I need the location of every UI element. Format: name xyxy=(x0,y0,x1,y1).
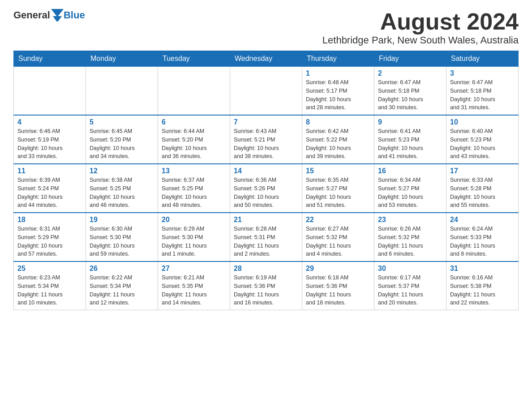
day-info: Sunrise: 6:21 AMSunset: 5:35 PMDaylight:… xyxy=(162,274,226,307)
day-number: 28 xyxy=(234,265,298,273)
day-info: Sunrise: 6:23 AMSunset: 5:34 PMDaylight:… xyxy=(17,274,82,307)
column-header-monday: Monday xyxy=(86,51,158,67)
calendar-cell: 28Sunrise: 6:19 AMSunset: 5:36 PMDayligh… xyxy=(230,261,302,310)
day-number: 8 xyxy=(306,118,370,126)
day-number: 20 xyxy=(162,216,226,224)
day-number: 13 xyxy=(162,167,226,175)
day-info: Sunrise: 6:16 AMSunset: 5:38 PMDaylight:… xyxy=(450,274,515,307)
day-number: 6 xyxy=(162,118,226,126)
calendar-cell: 10Sunrise: 6:40 AMSunset: 5:23 PMDayligh… xyxy=(446,115,519,164)
calendar-cell: 21Sunrise: 6:28 AMSunset: 5:31 PMDayligh… xyxy=(230,213,302,261)
day-info: Sunrise: 6:40 AMSunset: 5:23 PMDaylight:… xyxy=(450,127,515,161)
calendar-cell xyxy=(230,67,302,116)
column-header-thursday: Thursday xyxy=(302,51,374,67)
calendar-cell xyxy=(86,67,158,116)
day-info: Sunrise: 6:47 AMSunset: 5:18 PMDaylight:… xyxy=(450,78,515,112)
calendar-week-2: 4Sunrise: 6:46 AMSunset: 5:19 PMDaylight… xyxy=(14,115,519,164)
day-number: 16 xyxy=(378,167,442,175)
calendar-cell: 2Sunrise: 6:47 AMSunset: 5:18 PMDaylight… xyxy=(374,67,446,116)
day-number: 1 xyxy=(306,69,370,77)
day-number: 12 xyxy=(90,167,154,175)
calendar-cell: 12Sunrise: 6:38 AMSunset: 5:25 PMDayligh… xyxy=(86,164,158,213)
day-number: 3 xyxy=(450,69,515,77)
calendar-cell: 8Sunrise: 6:42 AMSunset: 5:22 PMDaylight… xyxy=(302,115,374,164)
day-number: 29 xyxy=(306,265,370,273)
calendar-cell: 19Sunrise: 6:30 AMSunset: 5:30 PMDayligh… xyxy=(86,213,158,261)
day-info: Sunrise: 6:19 AMSunset: 5:36 PMDaylight:… xyxy=(234,274,298,307)
day-number: 21 xyxy=(234,216,298,224)
calendar-cell: 13Sunrise: 6:37 AMSunset: 5:25 PMDayligh… xyxy=(158,164,230,213)
calendar-cell: 5Sunrise: 6:45 AMSunset: 5:20 PMDaylight… xyxy=(86,115,158,164)
calendar-cell: 20Sunrise: 6:29 AMSunset: 5:30 PMDayligh… xyxy=(158,213,230,261)
day-number: 9 xyxy=(378,118,442,126)
day-info: Sunrise: 6:33 AMSunset: 5:28 PMDaylight:… xyxy=(450,176,515,210)
calendar-week-5: 25Sunrise: 6:23 AMSunset: 5:34 PMDayligh… xyxy=(14,261,519,310)
calendar-cell: 4Sunrise: 6:46 AMSunset: 5:19 PMDaylight… xyxy=(14,115,86,164)
calendar-cell: 14Sunrise: 6:36 AMSunset: 5:26 PMDayligh… xyxy=(230,164,302,213)
calendar-cell: 3Sunrise: 6:47 AMSunset: 5:18 PMDaylight… xyxy=(446,67,519,116)
day-info: Sunrise: 6:43 AMSunset: 5:21 PMDaylight:… xyxy=(234,127,298,161)
logo-general-text: General xyxy=(13,9,50,21)
day-info: Sunrise: 6:24 AMSunset: 5:33 PMDaylight:… xyxy=(450,225,515,258)
day-number: 23 xyxy=(378,216,442,224)
calendar-cell: 16Sunrise: 6:34 AMSunset: 5:27 PMDayligh… xyxy=(374,164,446,213)
calendar-cell: 15Sunrise: 6:35 AMSunset: 5:27 PMDayligh… xyxy=(302,164,374,213)
calendar-cell: 18Sunrise: 6:31 AMSunset: 5:29 PMDayligh… xyxy=(14,213,86,261)
column-header-wednesday: Wednesday xyxy=(230,51,302,67)
calendar-week-1: 1Sunrise: 6:48 AMSunset: 5:17 PMDaylight… xyxy=(14,67,519,116)
day-info: Sunrise: 6:31 AMSunset: 5:29 PMDaylight:… xyxy=(17,225,82,258)
day-number: 26 xyxy=(90,265,154,273)
day-info: Sunrise: 6:27 AMSunset: 5:32 PMDaylight:… xyxy=(306,225,370,258)
calendar-week-4: 18Sunrise: 6:31 AMSunset: 5:29 PMDayligh… xyxy=(14,213,519,261)
day-info: Sunrise: 6:45 AMSunset: 5:20 PMDaylight:… xyxy=(90,127,154,161)
calendar-cell: 6Sunrise: 6:44 AMSunset: 5:20 PMDaylight… xyxy=(158,115,230,164)
month-title: August 2024 xyxy=(322,9,519,34)
calendar-cell: 1Sunrise: 6:48 AMSunset: 5:17 PMDaylight… xyxy=(302,67,374,116)
title-area: August 2024 Lethbridge Park, New South W… xyxy=(322,9,519,46)
logo-blue-text: Blue xyxy=(64,9,85,21)
day-info: Sunrise: 6:44 AMSunset: 5:20 PMDaylight:… xyxy=(162,127,226,161)
day-info: Sunrise: 6:42 AMSunset: 5:22 PMDaylight:… xyxy=(306,127,370,161)
day-info: Sunrise: 6:28 AMSunset: 5:31 PMDaylight:… xyxy=(234,225,298,258)
day-info: Sunrise: 6:29 AMSunset: 5:30 PMDaylight:… xyxy=(162,225,226,258)
day-number: 24 xyxy=(450,216,515,224)
day-number: 25 xyxy=(17,265,82,273)
day-info: Sunrise: 6:26 AMSunset: 5:32 PMDaylight:… xyxy=(378,225,442,258)
logo: General Blue xyxy=(13,9,85,21)
calendar-cell: 9Sunrise: 6:41 AMSunset: 5:23 PMDaylight… xyxy=(374,115,446,164)
day-info: Sunrise: 6:47 AMSunset: 5:18 PMDaylight:… xyxy=(378,78,442,112)
day-info: Sunrise: 6:34 AMSunset: 5:27 PMDaylight:… xyxy=(378,176,442,210)
calendar-cell: 29Sunrise: 6:18 AMSunset: 5:36 PMDayligh… xyxy=(302,261,374,310)
day-number: 30 xyxy=(378,265,442,273)
day-info: Sunrise: 6:22 AMSunset: 5:34 PMDaylight:… xyxy=(90,274,154,307)
day-info: Sunrise: 6:18 AMSunset: 5:36 PMDaylight:… xyxy=(306,274,370,307)
day-number: 22 xyxy=(306,216,370,224)
calendar-cell: 17Sunrise: 6:33 AMSunset: 5:28 PMDayligh… xyxy=(446,164,519,213)
day-number: 11 xyxy=(17,167,82,175)
calendar-cell: 25Sunrise: 6:23 AMSunset: 5:34 PMDayligh… xyxy=(14,261,86,310)
day-number: 19 xyxy=(90,216,154,224)
calendar-header-row: SundayMondayTuesdayWednesdayThursdayFrid… xyxy=(14,51,519,67)
calendar-cell xyxy=(158,67,230,116)
day-info: Sunrise: 6:30 AMSunset: 5:30 PMDaylight:… xyxy=(90,225,154,258)
day-info: Sunrise: 6:41 AMSunset: 5:23 PMDaylight:… xyxy=(378,127,442,161)
day-number: 31 xyxy=(450,265,515,273)
day-number: 14 xyxy=(234,167,298,175)
day-number: 18 xyxy=(17,216,82,224)
calendar-cell: 22Sunrise: 6:27 AMSunset: 5:32 PMDayligh… xyxy=(302,213,374,261)
calendar-cell: 26Sunrise: 6:22 AMSunset: 5:34 PMDayligh… xyxy=(86,261,158,310)
day-number: 5 xyxy=(90,118,154,126)
day-info: Sunrise: 6:37 AMSunset: 5:25 PMDaylight:… xyxy=(162,176,226,210)
calendar-cell: 27Sunrise: 6:21 AMSunset: 5:35 PMDayligh… xyxy=(158,261,230,310)
calendar-cell: 30Sunrise: 6:17 AMSunset: 5:37 PMDayligh… xyxy=(374,261,446,310)
column-header-friday: Friday xyxy=(374,51,446,67)
logo-icon xyxy=(51,9,64,21)
calendar-cell: 24Sunrise: 6:24 AMSunset: 5:33 PMDayligh… xyxy=(446,213,519,261)
calendar-week-3: 11Sunrise: 6:39 AMSunset: 5:24 PMDayligh… xyxy=(14,164,519,213)
day-info: Sunrise: 6:39 AMSunset: 5:24 PMDaylight:… xyxy=(17,176,82,210)
calendar-cell: 31Sunrise: 6:16 AMSunset: 5:38 PMDayligh… xyxy=(446,261,519,310)
day-number: 17 xyxy=(450,167,515,175)
calendar-cell: 11Sunrise: 6:39 AMSunset: 5:24 PMDayligh… xyxy=(14,164,86,213)
svg-marker-1 xyxy=(53,16,62,21)
day-info: Sunrise: 6:38 AMSunset: 5:25 PMDaylight:… xyxy=(90,176,154,210)
